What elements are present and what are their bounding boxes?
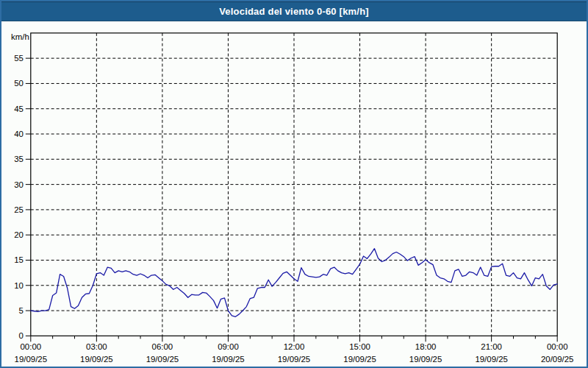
chart-area: 0510152025303540455055km/h00:0019/09/250… xyxy=(1,21,587,367)
chart-title: Velocidad del viento 0-60 [km/h] xyxy=(219,6,369,17)
x-tick-date-label: 19/09/25 xyxy=(212,355,244,364)
x-tick-date-label: 19/09/25 xyxy=(409,355,442,364)
x-tick-date-label: 19/09/25 xyxy=(475,355,507,364)
y-tick-label: 10 xyxy=(14,281,24,290)
x-tick-date-label: 19/09/25 xyxy=(80,355,112,364)
y-tick-label: 45 xyxy=(14,105,24,113)
x-tick-date-label: 19/09/25 xyxy=(278,355,310,364)
y-tick-label: 5 xyxy=(18,306,23,315)
y-tick-label: 40 xyxy=(14,130,24,138)
x-tick-time-label: 18:00 xyxy=(415,342,437,351)
y-tick-label: 20 xyxy=(14,230,24,239)
x-tick-time-label: 21:00 xyxy=(481,342,502,351)
x-tick-date-label: 19/09/25 xyxy=(15,355,47,364)
x-tick-time-label: 00:00 xyxy=(547,342,568,351)
x-tick-time-label: 09:00 xyxy=(218,342,239,351)
x-tick-time-label: 06:00 xyxy=(152,342,173,351)
x-tick-time-label: 15:00 xyxy=(349,342,370,351)
chart-window: Velocidad del viento 0-60 [km/h] 0510152… xyxy=(0,0,588,368)
x-tick-date-label: 19/09/25 xyxy=(146,355,179,364)
x-tick-date-label: 20/09/25 xyxy=(541,355,573,364)
y-tick-label: 15 xyxy=(14,255,24,264)
x-tick-time-label: 12:00 xyxy=(284,342,305,351)
wind-speed-chart: 0510152025303540455055km/h00:0019/09/250… xyxy=(1,21,587,367)
x-tick-time-label: 00:00 xyxy=(21,342,42,351)
y-axis-unit-label: km/h xyxy=(11,32,29,41)
titlebar: Velocidad del viento 0-60 [km/h] xyxy=(1,1,587,21)
y-tick-label: 55 xyxy=(14,54,24,63)
y-tick-label: 30 xyxy=(14,180,24,189)
x-tick-date-label: 19/09/25 xyxy=(343,355,376,364)
y-tick-label: 35 xyxy=(14,155,24,163)
y-tick-label: 25 xyxy=(14,205,24,214)
y-tick-label: 50 xyxy=(14,79,24,88)
y-tick-label: 0 xyxy=(18,331,23,340)
x-tick-time-label: 03:00 xyxy=(86,342,107,351)
